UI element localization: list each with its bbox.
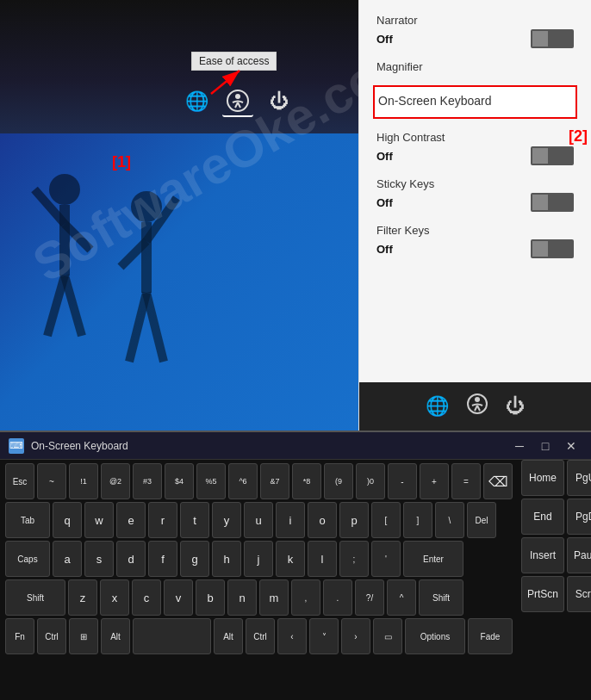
key-9[interactable]: (9 [324,463,353,499]
key-prtscn[interactable]: PrtScn [521,576,564,612]
key-period[interactable]: . [323,579,352,616]
key-options[interactable]: Options [405,618,465,654]
key-shift-left[interactable]: Shift [5,579,65,616]
panel-ease-icon[interactable] [466,393,488,420]
key-4[interactable]: $4 [165,463,194,499]
key-i[interactable]: i [276,502,305,538]
key-tilde[interactable]: ~ [37,463,66,499]
key-ctrl-right[interactable]: Ctrl [246,618,275,654]
key-6[interactable]: ^6 [228,463,258,499]
panel-power-icon[interactable]: ⏻ [506,395,525,418]
key-h[interactable]: h [212,541,241,577]
key-scrlk[interactable]: ScrLk [567,576,591,612]
key-k[interactable]: k [276,541,305,577]
key-7[interactable]: &7 [260,463,289,499]
key-caps[interactable]: Caps [5,541,50,577]
key-e[interactable]: e [116,502,146,538]
key-q[interactable]: q [53,502,82,538]
key-y[interactable]: y [212,502,241,538]
key-arrow-down[interactable]: ˅ [309,618,339,654]
key-ctrl-left[interactable]: Ctrl [37,618,66,654]
key-p[interactable]: p [339,502,369,538]
key-x[interactable]: x [100,579,129,616]
key-lbracket[interactable]: [ [371,502,401,538]
key-plus[interactable]: + [420,463,449,499]
key-l[interactable]: l [308,541,337,577]
key-c[interactable]: c [132,579,161,616]
key-2[interactable]: @2 [101,463,130,499]
key-fade[interactable]: Fade [468,618,513,654]
key-backslash[interactable]: \ [435,502,464,538]
power-icon[interactable]: ⏻ [264,86,295,117]
key-g[interactable]: g [180,541,209,577]
key-0[interactable]: )0 [356,463,385,499]
key-d[interactable]: d [116,541,146,577]
annotation-label-2: [2] [569,127,588,146]
key-equals[interactable]: = [451,463,481,499]
key-r[interactable]: r [148,502,177,538]
key-arrow-right[interactable]: › [341,618,370,654]
key-8[interactable]: *8 [292,463,321,499]
key-w[interactable]: w [84,502,114,538]
narrator-value: Off [376,33,393,46]
key-tab[interactable]: Tab [5,502,50,538]
key-5[interactable]: %5 [196,463,226,499]
key-row-2: Tab q w e r t y u i o p [ ] \ Del [5,502,513,538]
key-m[interactable]: m [259,579,289,616]
key-quote[interactable]: ' [371,541,401,577]
key-space[interactable] [133,618,211,654]
restore-button[interactable]: □ [534,437,557,455]
key-pgup[interactable]: PgUp [567,460,591,496]
high-contrast-toggle[interactable] [531,146,574,165]
key-esc[interactable]: Esc [5,463,34,499]
key-1[interactable]: !1 [69,463,98,499]
key-f[interactable]: f [148,541,177,577]
key-backspace[interactable]: ⌫ [483,463,513,499]
nav-key-row-5: Fade [521,615,591,651]
key-win[interactable]: ⊞ [69,618,98,654]
key-slash[interactable]: ?/ [355,579,384,616]
narrator-label: Narrator [376,14,574,27]
key-semicolon[interactable]: ; [339,541,369,577]
osk-app-icon: ⌨ [9,438,24,454]
key-a[interactable]: a [53,541,82,577]
key-v[interactable]: v [164,579,193,616]
key-caret[interactable]: ^ [387,579,416,616]
key-home[interactable]: Home [521,460,564,496]
ease-item-narrator: Narrator Off [376,14,574,48]
key-alt-right[interactable]: Alt [214,618,243,654]
key-pgdn[interactable]: PgDn [567,499,591,535]
close-button[interactable]: ✕ [560,437,582,455]
minimize-button[interactable]: ─ [508,437,531,455]
key-rbracket[interactable]: ] [403,502,432,538]
panel-language-icon[interactable]: 🌐 [426,395,449,418]
key-menu[interactable]: ▭ [373,618,402,654]
narrator-toggle[interactable] [531,29,574,48]
key-s[interactable]: s [84,541,114,577]
key-shift-right[interactable]: Shift [419,579,463,616]
key-comma[interactable]: , [291,579,320,616]
key-end[interactable]: End [521,499,564,535]
svg-line-3 [238,102,240,108]
key-fn[interactable]: Fn [5,618,34,654]
key-del[interactable]: Del [467,502,496,538]
filter-keys-toggle[interactable] [531,239,574,258]
key-o[interactable]: o [308,502,337,538]
key-u[interactable]: u [244,502,273,538]
key-enter[interactable]: Enter [403,541,463,577]
sticky-keys-toggle[interactable] [531,193,574,212]
key-3[interactable]: #3 [133,463,162,499]
key-z[interactable]: z [68,579,97,616]
sticky-keys-row: Off [376,193,574,212]
key-j[interactable]: j [244,541,273,577]
key-pause[interactable]: Pause [567,537,591,573]
key-t[interactable]: t [180,502,209,538]
key-n[interactable]: n [227,579,257,616]
key-b[interactable]: b [196,579,225,616]
key-minus[interactable]: - [388,463,417,499]
key-arrow-left[interactable]: ‹ [277,618,307,654]
high-contrast-label: High Contrast [376,131,574,144]
key-insert[interactable]: Insert [521,537,564,573]
key-alt-left[interactable]: Alt [101,618,130,654]
ease-item-osk[interactable]: On-Screen Keyboard [373,85,577,119]
